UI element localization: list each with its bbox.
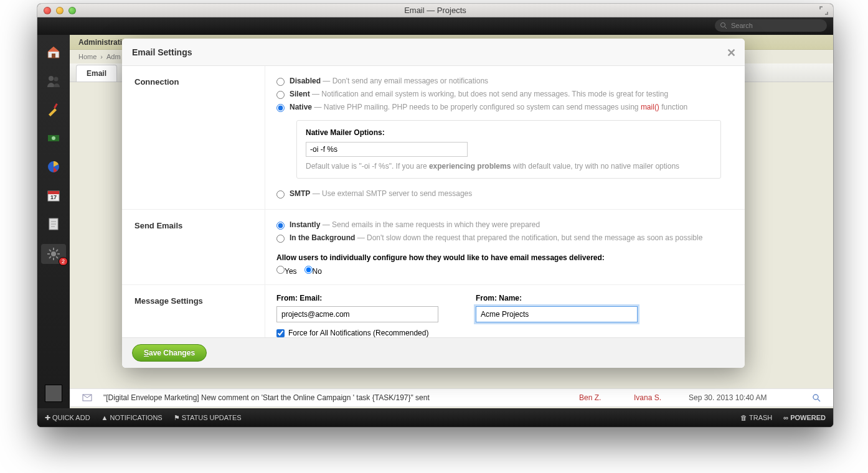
from-name-label: From: Name: xyxy=(476,294,638,302)
crumb-admin[interactable]: Adm xyxy=(106,53,121,60)
chart-icon[interactable] xyxy=(45,158,62,176)
settings-badge: 2 xyxy=(59,257,68,266)
radio-disabled[interactable]: Disabled — Don't send any email messages… xyxy=(276,75,734,88)
money-icon[interactable] xyxy=(45,129,62,147)
dialog-footer: Save Changes xyxy=(122,337,745,368)
search-icon xyxy=(720,22,727,29)
section-connection: Connection Disabled — Don't send any ema… xyxy=(122,66,745,210)
powered-label: ∞ POWERED xyxy=(783,414,826,421)
bottombar: ✚ QUICK ADD ▲ NOTIFICATIONS ⚑ STATUS UPD… xyxy=(37,408,833,427)
svg-line-21 xyxy=(49,250,51,251)
force-checkbox-row[interactable]: Force for All Notifications (Recommended… xyxy=(276,329,734,337)
svg-point-7 xyxy=(52,136,55,140)
radio-native-input[interactable] xyxy=(276,104,285,112)
app-window: Email — Projects Search 17 2 xyxy=(37,4,833,427)
magnify-icon[interactable] xyxy=(812,393,821,402)
section-label-send: Send Emails xyxy=(122,210,265,284)
radio-allow-no[interactable]: No xyxy=(304,266,322,276)
tab-email[interactable]: Email xyxy=(76,65,117,82)
svg-point-0 xyxy=(721,23,725,27)
svg-point-26 xyxy=(813,395,818,400)
radio-silent-input[interactable] xyxy=(276,91,285,99)
svg-line-24 xyxy=(56,250,58,251)
home-icon[interactable] xyxy=(45,44,62,61)
calendar-icon[interactable]: 17 xyxy=(45,187,62,204)
radio-smtp-input[interactable] xyxy=(276,190,285,199)
from-email-field: From: Email: xyxy=(276,294,438,322)
from-email-label: From: Email: xyxy=(276,294,438,302)
radio-background[interactable]: In the Background — Don't slow down the … xyxy=(276,232,734,245)
svg-rect-5 xyxy=(54,103,58,108)
close-icon[interactable]: ✕ xyxy=(727,46,736,60)
svg-point-3 xyxy=(49,76,54,81)
radio-disabled-input[interactable] xyxy=(276,78,285,86)
log-user1[interactable]: Ben Z. xyxy=(579,393,623,402)
search-input[interactable]: Search xyxy=(715,19,827,32)
fullscreen-icon[interactable] xyxy=(819,6,828,15)
log-row[interactable]: "[Digital Envelope Marketing] New commen… xyxy=(70,388,833,407)
window-title: Email — Projects xyxy=(37,6,833,15)
radio-native[interactable]: Native — Native PHP mailing. PHP needs t… xyxy=(276,101,734,114)
envelope-icon xyxy=(82,393,92,403)
svg-line-1 xyxy=(725,27,727,29)
document-icon[interactable] xyxy=(45,215,62,233)
user-avatar[interactable] xyxy=(45,385,62,402)
log-date: Sep 30. 2013 10:40 AM xyxy=(689,393,801,402)
log-subject: "[Digital Envelope Marketing] New commen… xyxy=(103,393,568,402)
left-sidebar: 17 2 xyxy=(37,35,70,408)
people-icon[interactable] xyxy=(45,72,62,90)
radio-background-input[interactable] xyxy=(276,235,285,243)
svg-point-4 xyxy=(54,77,59,82)
radio-silent[interactable]: Silent — Notification and email system i… xyxy=(276,88,734,101)
section-message-settings: Message Settings From: Email: From: Name… xyxy=(122,285,745,337)
section-label-connection: Connection xyxy=(122,66,265,209)
topbar: Search xyxy=(37,17,833,35)
allow-config-label: Allow users to individually configure ho… xyxy=(276,253,734,262)
native-mailer-input[interactable] xyxy=(306,142,468,157)
svg-point-16 xyxy=(51,251,56,256)
mail-function-link[interactable]: mail() xyxy=(641,103,659,111)
radio-instantly[interactable]: Instantly — Send emails in the same requ… xyxy=(276,218,734,232)
crumb-home[interactable]: Home xyxy=(78,53,97,60)
status-updates-button[interactable]: ⚑ STATUS UPDATES xyxy=(174,414,242,422)
titlebar: Email — Projects xyxy=(37,4,833,17)
email-settings-dialog: Email Settings ✕ Connection Disabled — D… xyxy=(122,39,745,368)
radio-instantly-input[interactable] xyxy=(276,222,285,230)
save-button[interactable]: Save Changes xyxy=(132,344,207,362)
radio-smtp[interactable]: SMTP — Use external SMTP server to send … xyxy=(276,187,734,200)
settings-icon[interactable]: 2 xyxy=(41,244,66,264)
svg-line-23 xyxy=(49,256,51,258)
radio-allow-yes[interactable]: Yes xyxy=(276,266,297,276)
section-send-emails: Send Emails Instantly — Send emails in t… xyxy=(122,210,745,285)
dialog-header: Email Settings ✕ xyxy=(122,39,745,66)
force-checkbox[interactable] xyxy=(276,329,285,337)
native-mailer-box: Native Mailer Options: Default value is … xyxy=(296,120,721,179)
log-user2[interactable]: Ivana S. xyxy=(634,393,677,402)
quick-add-button[interactable]: ✚ QUICK ADD xyxy=(45,414,90,422)
native-mailer-title: Native Mailer Options: xyxy=(306,128,712,137)
save-button-rest: ave Changes xyxy=(149,349,195,357)
svg-line-22 xyxy=(56,256,58,258)
svg-rect-2 xyxy=(52,54,55,58)
native-mailer-hint: Default value is "-oi -f %s". If you are… xyxy=(306,162,712,171)
from-email-input[interactable] xyxy=(276,306,438,322)
dialog-title: Email Settings xyxy=(132,47,192,57)
dialog-body: Connection Disabled — Don't send any ema… xyxy=(122,66,745,337)
trash-button[interactable]: 🗑 TRASH xyxy=(740,414,772,421)
notifications-button[interactable]: ▲ NOTIFICATIONS xyxy=(101,414,163,421)
svg-text:17: 17 xyxy=(50,194,57,200)
tools-icon[interactable] xyxy=(45,101,62,118)
section-label-message: Message Settings xyxy=(122,285,265,337)
from-name-field: From: Name: xyxy=(476,294,638,322)
svg-line-27 xyxy=(818,399,820,401)
from-name-input[interactable] xyxy=(476,306,638,322)
search-placeholder: Search xyxy=(731,22,753,29)
